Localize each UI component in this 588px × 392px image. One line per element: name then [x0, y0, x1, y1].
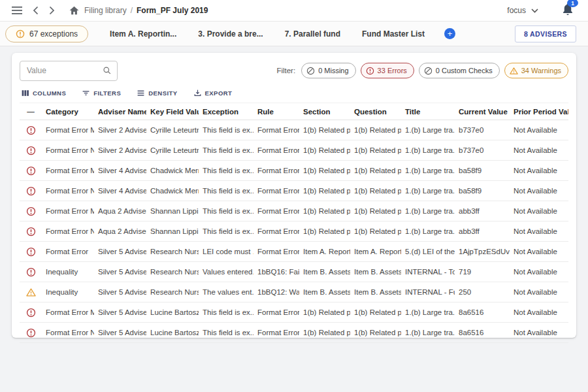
- table-cell: Silver 5 Adviser: [94, 268, 146, 276]
- filter-chip-33-errors[interactable]: 33 Errors: [361, 63, 414, 78]
- table-cell: Chadwick Merr...: [146, 187, 199, 195]
- tab-fund-master-list[interactable]: Fund Master List: [362, 29, 425, 39]
- table-cell: LEI code must ...: [199, 248, 253, 255]
- table-row[interactable]: Format Error M...Silver 5 AdviserLucine …: [20, 302, 568, 323]
- table-cell: 1.(b) Large tra...: [401, 329, 455, 336]
- tab-item-a-reportin[interactable]: Item A. Reportin...: [110, 29, 176, 39]
- column-header-adviser-name[interactable]: Adviser Name: [94, 108, 146, 116]
- warning-icon: [26, 287, 36, 297]
- search-icon[interactable]: [103, 65, 112, 76]
- column-header-title[interactable]: Title: [401, 108, 455, 116]
- table-cell: Research Nurse: [146, 268, 199, 276]
- filter-icon: [82, 89, 90, 97]
- table-cell: 8a6516: [455, 308, 510, 316]
- table-cell: 1.(b) Large tra...: [401, 207, 455, 215]
- error-icon: [26, 247, 36, 257]
- error-icon: [26, 267, 36, 277]
- add-tab-button[interactable]: +: [444, 28, 455, 39]
- error-icon: [20, 267, 42, 277]
- error-icon: [20, 125, 42, 135]
- table-row[interactable]: Format Error M...Silver 2 AdviserCyrille…: [20, 120, 568, 140]
- table-row[interactable]: Format Error N...Silver 5 AdviserLucine …: [20, 323, 568, 343]
- table-cell: Format Error N...: [253, 146, 299, 154]
- table-cell: Shannan Lippi...: [146, 227, 199, 235]
- filter-chip-0-missing[interactable]: 0 Missing: [301, 63, 355, 78]
- export-button[interactable]: EXPORT: [193, 89, 233, 97]
- table-cell: 5.(d) LEI of the...: [401, 248, 455, 255]
- table-cell: 1(b) Related p...: [350, 207, 401, 215]
- menu-icon[interactable]: [10, 5, 24, 16]
- error-icon: [20, 227, 42, 237]
- warning-icon: [20, 287, 42, 297]
- column-header-category[interactable]: Category: [42, 108, 94, 116]
- error-icon: [26, 125, 36, 135]
- table-cell: This field is ex...: [199, 146, 253, 154]
- table-cell: 1(b) Related p...: [350, 227, 401, 235]
- column-header-current-value[interactable]: Current Value: [455, 108, 510, 116]
- error-icon: [26, 308, 36, 318]
- table-row[interactable]: Format Error N...Silver 2 AdviserCyrille…: [20, 140, 568, 161]
- back-icon[interactable]: [31, 5, 40, 16]
- column-header-prior-period-value[interactable]: Prior Period Value: [510, 108, 568, 116]
- forward-icon[interactable]: [48, 5, 56, 16]
- table-cell: Silver 4 Adviser: [94, 187, 146, 195]
- column-header-section[interactable]: Section: [299, 108, 350, 116]
- filter-chip-0-custom-checks[interactable]: 0 Custom Checks: [419, 63, 500, 78]
- filter-chip-34-warnings[interactable]: 34 Warnings: [504, 63, 568, 78]
- tab-7-parallel-fund[interactable]: 7. Parallel fund: [285, 29, 340, 39]
- table-cell: 1(b) Related p...: [299, 187, 350, 195]
- table-row[interactable]: Format Error M...Silver 4 AdviserChadwic…: [20, 161, 568, 181]
- column-header-question[interactable]: Question: [350, 108, 401, 116]
- column-header-rule[interactable]: Rule: [253, 108, 299, 116]
- tab-exceptions[interactable]: 67 exceptions: [5, 25, 88, 42]
- columns-button[interactable]: COLUMNS: [21, 89, 66, 97]
- table-row[interactable]: Format Error M...Aqua 2 AdviserShannan L…: [20, 201, 568, 221]
- breadcrumb-current: Form_PF July 2019: [137, 6, 208, 15]
- table-row[interactable]: Format Error N...Aqua 2 AdviserShannan L…: [20, 221, 568, 242]
- table-row[interactable]: InequalitySilver 5 AdviserResearch Nurse…: [20, 282, 568, 302]
- table-row[interactable]: InequalitySilver 5 AdviserResearch Nurse…: [20, 262, 568, 282]
- breadcrumb: Filing library / Form_PF July 2019: [68, 5, 208, 16]
- table-cell: Format Error M...: [253, 207, 299, 215]
- table-cell: Item A. Reporti...: [299, 248, 350, 255]
- density-button[interactable]: DENSITY: [137, 89, 177, 97]
- column-header-exception[interactable]: Exception: [199, 108, 253, 116]
- table-cell: 1(b) Related p...: [350, 308, 401, 316]
- table-cell: This field is ex...: [199, 227, 253, 235]
- home-icon[interactable]: [68, 5, 80, 16]
- table-cell: The values ent...: [199, 288, 253, 296]
- table-cell: Silver 2 Adviser: [94, 146, 146, 154]
- table-cell: Format Error M...: [42, 308, 94, 316]
- table-cell: Format Error M...: [253, 308, 299, 316]
- table-cell: 1(b) Related p...: [299, 207, 350, 215]
- header-icon-column: —: [20, 108, 42, 116]
- columns-icon: [21, 89, 29, 97]
- table-cell: Inequality: [42, 268, 94, 276]
- table-cell: 1(b) Related p...: [350, 187, 401, 195]
- filters-button[interactable]: FILTERS: [82, 89, 121, 97]
- table-cell: INTERNAL - Fu...: [401, 288, 455, 296]
- tab-3-provide-a-bre[interactable]: 3. Provide a bre...: [198, 29, 263, 39]
- table-cell: Silver 5 Adviser: [94, 248, 146, 255]
- table-body: Format Error M...Silver 2 AdviserCyrille…: [20, 120, 568, 343]
- focus-dropdown[interactable]: focus: [507, 6, 538, 15]
- notifications-button[interactable]: 1: [562, 3, 574, 18]
- advisers-button[interactable]: 8 ADVISERS: [515, 25, 576, 42]
- value-search-input[interactable]: [25, 65, 103, 76]
- chip-label: 0 Missing: [318, 67, 348, 74]
- filter-label: Filter:: [276, 67, 295, 74]
- table-cell: Format Error M...: [42, 126, 94, 134]
- table-cell: Format Error M...: [253, 167, 299, 174]
- table-cell: Not Available: [510, 187, 568, 195]
- table-cell: Format Error N...: [253, 329, 299, 336]
- table-cell: 1.(b) Large tra...: [401, 187, 455, 195]
- table-cell: 8a6516: [455, 329, 510, 336]
- chip-label: 0 Custom Checks: [436, 67, 493, 74]
- table-cell: b737e0: [455, 146, 510, 154]
- table-row[interactable]: Format ErrorSilver 5 AdviserResearch Nur…: [20, 242, 568, 262]
- breadcrumb-root[interactable]: Filing library: [84, 6, 127, 15]
- table-cell: abb3ff: [455, 207, 510, 215]
- column-header-key-field-value[interactable]: Key Field Value: [146, 108, 199, 116]
- table-row[interactable]: Format Error N...Silver 4 AdviserChadwic…: [20, 181, 568, 201]
- table-cell: 1AjpTpzESdUv...: [455, 248, 510, 255]
